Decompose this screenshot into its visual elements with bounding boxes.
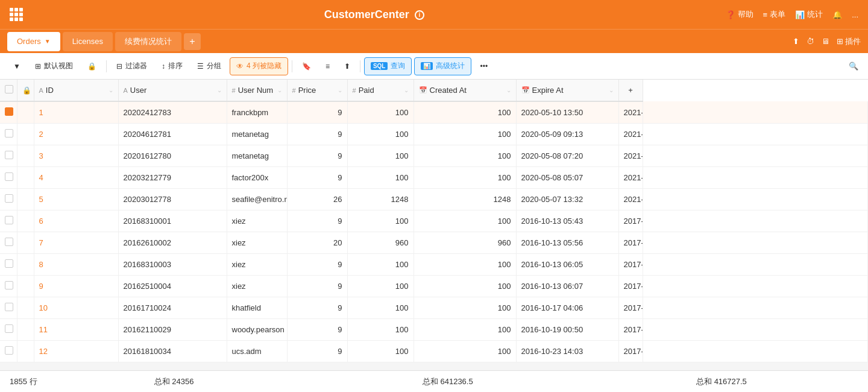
row-order-id-cell: 20162110029 <box>118 318 227 340</box>
select-all-checkbox[interactable] <box>5 85 13 93</box>
align-icon: ≡ <box>326 62 330 71</box>
row-id-cell: 7 <box>34 232 118 253</box>
table-row: 1 20202412783 franckbpm 9 100 100 2020-0… <box>0 101 868 123</box>
lock-icon: 🔒 <box>87 62 96 71</box>
row-order-id-cell: 20162610002 <box>118 232 227 253</box>
row-paid-cell: 100 <box>414 210 516 232</box>
row-paid-cell: 100 <box>414 253 516 275</box>
row-checkbox[interactable] <box>5 172 13 181</box>
row-usernum-cell: 9 <box>287 340 347 362</box>
row-checkbox[interactable] <box>5 151 13 159</box>
col-user-header[interactable]: A User ⌄ <box>118 80 227 101</box>
default-view-button[interactable]: ⊞ 默认视图 <box>29 57 79 75</box>
row-checkbox[interactable] <box>5 194 13 203</box>
hidden-columns-button[interactable]: 👁 4 列被隐藏 <box>230 57 288 75</box>
col-id-header[interactable]: A ID ⌄ <box>34 80 118 101</box>
align-button[interactable]: ≡ <box>319 57 336 75</box>
bookmark-button[interactable]: 🔖 <box>296 57 317 75</box>
col-usernum-header[interactable]: # User Num ⌄ <box>227 80 287 101</box>
col-add-header[interactable]: + <box>618 80 643 101</box>
sql-query-button[interactable]: SQL 查询 <box>364 57 412 75</box>
row-createdat-cell: 2016-10-13 06:07 <box>516 275 618 297</box>
row-id-cell: 1 <box>34 101 118 123</box>
col-expireat-header[interactable]: 📅 Expire At ⌄ <box>516 80 618 101</box>
sql-icon: SQL <box>371 62 388 70</box>
row-checkbox[interactable] <box>5 259 13 268</box>
row-checkbox[interactable] <box>5 107 13 116</box>
row-id-cell: 6 <box>34 210 118 232</box>
separator-2 <box>292 60 292 72</box>
bookmark-icon: 🔖 <box>302 62 311 71</box>
row-createdat-cell: 2016-10-13 05:43 <box>516 210 618 232</box>
search-button[interactable]: 🔍 <box>846 59 861 74</box>
tab-bar: Orders ▼ Licenses 续费情况统计 + ⬆ ⏱ 🖥 ⊞ 插件 <box>0 29 868 53</box>
row-paid-cell: 100 <box>414 101 516 123</box>
tab-licenses[interactable]: Licenses <box>63 32 113 51</box>
row-paid-cell: 960 <box>414 232 516 253</box>
row-price-cell: 1248 <box>347 188 414 210</box>
row-checkbox[interactable] <box>5 346 13 355</box>
table-row: 7 20162610002 xiez 20 960 960 2016-10-13… <box>0 232 868 253</box>
tab-orders[interactable]: Orders ▼ <box>7 32 60 51</box>
row-checkbox[interactable] <box>5 303 13 311</box>
toolbar: ▼ ⊞ 默认视图 🔒 ⊟ 过滤器 ↕ 排序 ☰ 分组 👁 4 列被隐藏 🔖 ≡ … <box>0 53 868 80</box>
row-order-id-cell: 20201612780 <box>118 145 227 166</box>
screen-icon[interactable]: 🖥 <box>822 37 829 46</box>
history-icon[interactable]: ⏱ <box>807 37 814 46</box>
row-price-cell: 100 <box>347 210 414 232</box>
row-price-cell: 100 <box>347 166 414 188</box>
row-usernum-cell: 9 <box>287 297 347 318</box>
row-id-cell: 4 <box>34 166 118 188</box>
table-body: 1 20202412783 franckbpm 9 100 100 2020-0… <box>0 101 868 362</box>
view-dropdown-arrow[interactable]: ▼ <box>7 57 27 75</box>
row-paid-cell: 100 <box>414 297 516 318</box>
row-createdat-cell: 2020-05-07 13:32 <box>516 188 618 210</box>
row-add-cell <box>643 145 868 166</box>
row-id-cell: 9 <box>34 275 118 297</box>
more-toolbar-button[interactable]: ••• <box>474 57 494 75</box>
help-button[interactable]: ❓ 帮助 <box>726 9 753 20</box>
row-lock-cell <box>17 166 34 188</box>
lock-view-button[interactable]: 🔒 <box>81 57 102 75</box>
advanced-stats-button[interactable]: 📊 高级统计 <box>414 57 471 75</box>
table-header-row: 🔒 A ID ⌄ A User ⌄ <box>0 80 868 101</box>
tab-orders-dropdown-icon: ▼ <box>45 38 51 45</box>
total-rows-label: 1855 行 <box>10 376 37 387</box>
sort-button[interactable]: ↕ 排序 <box>156 57 189 75</box>
row-expireat-cell: 2017-10-13 05:43 <box>618 210 643 232</box>
search-icon: 🔍 <box>849 62 858 71</box>
group-button[interactable]: ☰ 分组 <box>191 57 227 75</box>
row-order-id-cell: 20161710024 <box>118 297 227 318</box>
row-checkbox[interactable] <box>5 281 13 289</box>
stats-header-button[interactable]: 📊 统计 <box>795 9 823 20</box>
share-toolbar-button[interactable]: ⬆ <box>338 57 356 75</box>
row-user-cell: seafile@enitro.no <box>227 188 287 210</box>
tab-add-button[interactable]: + <box>184 33 201 50</box>
row-expireat-cell: 2021-05-08 08:09 <box>618 188 643 210</box>
col-createdat-header[interactable]: 📅 Created At ⌄ <box>414 80 516 101</box>
tab-renewal[interactable]: 续费情况统计 <box>115 32 181 51</box>
tab-licenses-label: Licenses <box>72 37 103 46</box>
col-price-header[interactable]: # Price ⌄ <box>287 80 347 101</box>
plugin-button[interactable]: ⊞ 插件 <box>837 36 861 47</box>
form-button[interactable]: ≡ 表单 <box>763 9 786 20</box>
row-checkbox[interactable] <box>5 129 13 138</box>
eye-off-icon: 👁 <box>236 62 244 71</box>
more-header-button[interactable]: ... <box>852 10 858 19</box>
row-usernum-cell: 9 <box>287 145 347 166</box>
row-checkbox[interactable] <box>5 238 13 246</box>
row-paid-cell: 100 <box>414 166 516 188</box>
row-lock-cell <box>17 253 34 275</box>
row-expireat-cell: 2021-05-15 11:24 <box>618 145 643 166</box>
col-paid-header[interactable]: # Paid ⌄ <box>347 80 414 101</box>
row-price-cell: 100 <box>347 145 414 166</box>
grid-view-icon: ⊞ <box>35 62 41 71</box>
share-icon[interactable]: ⬆ <box>793 37 799 46</box>
row-checkbox[interactable] <box>5 324 13 333</box>
notification-button[interactable]: 🔔 <box>832 10 842 19</box>
separator-1 <box>106 60 107 72</box>
row-paid-cell: 100 <box>414 275 516 297</box>
filter-button[interactable]: ⊟ 过滤器 <box>110 57 153 75</box>
row-user-cell: khatfield <box>227 297 287 318</box>
row-checkbox[interactable] <box>5 216 13 224</box>
